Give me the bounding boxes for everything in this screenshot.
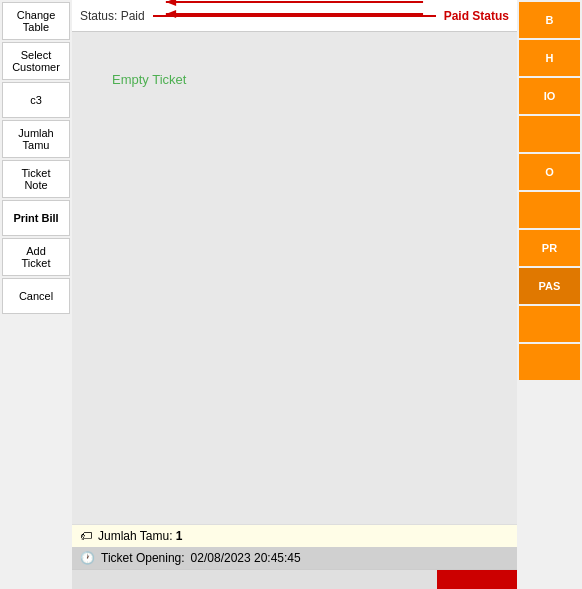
svg-marker-1 (166, 0, 176, 6)
sidebar-item-cancel[interactable]: Cancel (2, 278, 70, 314)
jumlah-value: 1 (176, 529, 183, 543)
status-title: Status: Paid (80, 9, 145, 23)
paid-status-label: Paid Status (444, 9, 509, 23)
ticket-opening-value: 02/08/2023 20:45:45 (191, 551, 301, 565)
right-btn-empty2[interactable] (519, 192, 580, 228)
right-btn-h[interactable]: H (519, 40, 580, 76)
header-bar: Status: Paid Paid Status (72, 0, 517, 32)
main-area: Status: Paid Paid Status Empty Ticket 🏷 … (72, 0, 517, 589)
footer-bottom-right (437, 570, 517, 589)
right-btn-empty1[interactable] (519, 116, 580, 152)
header-line-container (153, 6, 436, 26)
right-btn-o[interactable]: O (519, 154, 580, 190)
right-btn-empty3[interactable] (519, 306, 580, 342)
footer-ticket-opening: 🕐 Ticket Opening: 02/08/2023 20:45:45 (72, 547, 517, 569)
sidebar-item-change-table[interactable]: Change Table (2, 2, 70, 40)
footer-bottom-left (72, 570, 437, 589)
right-btn-pas[interactable]: PAS (519, 268, 580, 304)
right-panel: B H IO O PR PAS (517, 0, 582, 589)
right-btn-b[interactable]: B (519, 2, 580, 38)
clock-icon: 🕐 (80, 551, 95, 565)
sidebar: Change Table Select Customer c3 Jumlah T… (0, 0, 72, 589)
footer-jumlah: 🏷 Jumlah Tamu: 1 (72, 524, 517, 547)
right-btn-pr[interactable]: PR (519, 230, 580, 266)
header-line (153, 15, 436, 17)
right-btn-empty4[interactable] (519, 344, 580, 380)
sidebar-item-print-bill[interactable]: Print Bill (2, 200, 70, 236)
sidebar-item-add-ticket[interactable]: Add Ticket (2, 238, 70, 276)
footer-bottom (72, 569, 517, 589)
sidebar-item-c3[interactable]: c3 (2, 82, 70, 118)
tag-icon: 🏷 (80, 529, 92, 543)
ticket-content: Empty Ticket (72, 32, 517, 524)
empty-ticket-label: Empty Ticket (112, 72, 186, 87)
jumlah-label: Jumlah Tamu: 1 (98, 529, 183, 543)
sidebar-item-ticket-note[interactable]: Ticket Note (2, 160, 70, 198)
sidebar-item-select-customer[interactable]: Select Customer (2, 42, 70, 80)
right-btn-io[interactable]: IO (519, 78, 580, 114)
ticket-opening-label: Ticket Opening: (101, 551, 185, 565)
sidebar-item-jumlah-tamu[interactable]: Jumlah Tamu (2, 120, 70, 158)
